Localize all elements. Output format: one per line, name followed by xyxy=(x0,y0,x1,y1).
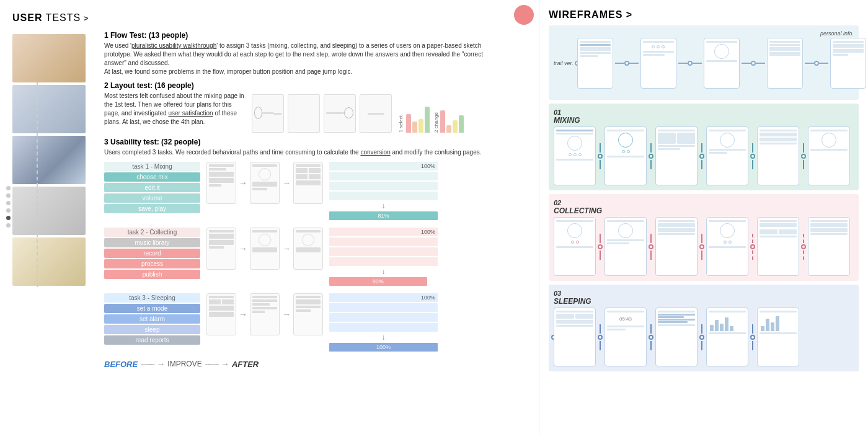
task3-step3: sleep xyxy=(104,325,200,334)
test1-desc: We used 'pluralistic usability walkthrou… xyxy=(104,42,501,68)
mixing-screen-3 xyxy=(655,126,698,185)
test2-title: 2 Layout test: (16 people) xyxy=(104,81,526,90)
task1-completion: 100% ↓ 81% xyxy=(329,162,438,220)
collecting-screen-2 xyxy=(604,217,647,276)
collecting-name: COLLECTING xyxy=(554,206,602,215)
mixing-screen-5 xyxy=(757,126,799,185)
personal-label: personal info. xyxy=(820,30,854,37)
task2-completion: 100% ↓ 90% xyxy=(329,228,438,286)
task1-label: task 1 - Mixing xyxy=(104,162,200,171)
arrow-down-3: ↓ xyxy=(329,333,438,342)
task-area: task 1 - Mixing choose mix edit it volum… xyxy=(104,162,526,352)
task2-step3: process xyxy=(104,259,200,268)
mixing-name: MIXING xyxy=(554,116,580,125)
wireframes-title: WIREFRAMES > xyxy=(549,9,859,20)
arrow6: → xyxy=(282,309,291,319)
task3-100val: 100% xyxy=(421,294,435,301)
task-row-2: task 2 - Collecting music library record… xyxy=(104,228,526,286)
nav-dot-1[interactable] xyxy=(6,186,11,190)
right-panel: WIREFRAMES > personal info. trail ver. xyxy=(539,0,868,434)
section-title-user-tests: USER TESTS > xyxy=(12,12,526,24)
task1-pct: 81% xyxy=(329,211,438,220)
arrow-down-1: ↓ xyxy=(329,202,438,210)
wire-bold: WIRE xyxy=(549,9,577,20)
task1-bar3 xyxy=(329,182,438,190)
task1-step1: choose mix xyxy=(104,172,200,182)
task3-100bar: 100% xyxy=(329,293,438,302)
trail-section: personal info. trail ver. xyxy=(549,25,859,100)
photo-thumb-5 xyxy=(12,237,86,286)
task2-bar2 xyxy=(329,237,438,246)
collecting-section: 02 COLLECTING xyxy=(549,194,859,281)
title-arrow: > xyxy=(81,14,89,23)
test1-title: 1 Flow Test: (13 people) xyxy=(104,31,526,40)
title-light: TESTS xyxy=(42,12,81,23)
left-panel: USER TESTS > 1 Flow Test: (13 people) We… xyxy=(0,0,539,434)
trail-screen-2 xyxy=(640,38,676,89)
task3-wf3 xyxy=(293,293,323,335)
wire-light: FRAMES xyxy=(577,9,623,20)
task3-bar4 xyxy=(329,323,438,332)
sleeping-num: 03 xyxy=(554,290,561,297)
wf-thumb-4 xyxy=(360,94,392,133)
task3-step4: read reports xyxy=(104,335,200,345)
photo-thumb-2 xyxy=(12,85,86,133)
improve-text: IMPROVE xyxy=(167,360,202,368)
arrow3: → xyxy=(239,244,247,254)
content-area: 1 Flow Test: (13 people) We used 'plural… xyxy=(104,31,526,369)
sleeping-screen-2: 05:43 xyxy=(604,308,647,366)
task3-step1: set a mode xyxy=(104,304,200,313)
task3-completion: 100% ↓ 100% xyxy=(329,293,438,352)
test-section-3: 3 Usability test: (32 people) Users comp… xyxy=(104,138,526,157)
wf-thumb-2 xyxy=(288,94,320,133)
task2-bar4 xyxy=(329,257,438,266)
photos-column xyxy=(12,34,87,286)
select-label: 1 select xyxy=(398,115,404,133)
task1-wf3 xyxy=(293,162,323,204)
nav-dot-2[interactable] xyxy=(6,193,11,198)
photo-thumb-4 xyxy=(12,187,86,235)
sleeping-name: SLEEPING xyxy=(554,297,591,306)
collecting-screen-4 xyxy=(706,217,748,276)
task2-label: task 2 - Collecting xyxy=(104,228,200,237)
task1-step4: save, play xyxy=(104,204,200,213)
nav-dot-4[interactable] xyxy=(6,208,11,213)
task3-wf1 xyxy=(206,293,236,335)
arrow4: → xyxy=(282,244,291,254)
mixing-screen-6 xyxy=(808,126,850,185)
task1-wf1 xyxy=(206,162,236,204)
trail-screen-4 xyxy=(767,38,803,89)
photo-thumb-3 xyxy=(12,136,86,184)
layout-test-images: 1 select 2 change xyxy=(252,94,464,133)
main-container: USER TESTS > 1 Flow Test: (13 people) We… xyxy=(0,0,868,434)
after-text: AFTER xyxy=(232,360,259,369)
task1-100bar: 100% xyxy=(329,162,438,170)
mixing-section: 01 MIXING xyxy=(549,104,859,190)
task2-100bar: 100% xyxy=(329,228,438,236)
task1-step3: volume xyxy=(104,193,200,203)
task1-steps: task 1 - Mixing choose mix edit it volum… xyxy=(104,162,200,215)
trail-screens-row: trail ver. xyxy=(554,38,854,89)
dotted-arrow-2: ····················· xyxy=(205,360,218,368)
mixing-screens-row xyxy=(554,126,854,185)
task1-wf2 xyxy=(250,162,280,204)
pluralistic-link: pluralistic usability walkthrough xyxy=(131,42,216,49)
test3-desc: Users completed 3 tasks. We recorded beh… xyxy=(104,148,501,157)
dot-nav xyxy=(6,186,11,228)
task1-100val: 100% xyxy=(421,163,435,169)
trail-screen-5 xyxy=(830,38,866,89)
task3-bar3 xyxy=(329,313,438,322)
collecting-screen-6 xyxy=(808,217,850,276)
task2-pct: 90% xyxy=(329,277,427,286)
mixing-screen-1 xyxy=(554,126,596,185)
nav-dot-6[interactable] xyxy=(6,223,11,228)
trail-label: trail ver. xyxy=(554,60,574,66)
test-section-2: 2 Layout test: (16 people) Most testers … xyxy=(104,81,526,133)
nav-dot-5[interactable] xyxy=(6,216,11,220)
task2-step1: music library xyxy=(104,238,200,247)
trail-screen-3 xyxy=(704,38,740,89)
nav-dot-3[interactable] xyxy=(6,201,11,205)
sleeping-section: 03 SLEEPING xyxy=(549,285,859,371)
before-text: BEFORE xyxy=(104,360,138,369)
task2-flow: → → xyxy=(206,228,323,270)
